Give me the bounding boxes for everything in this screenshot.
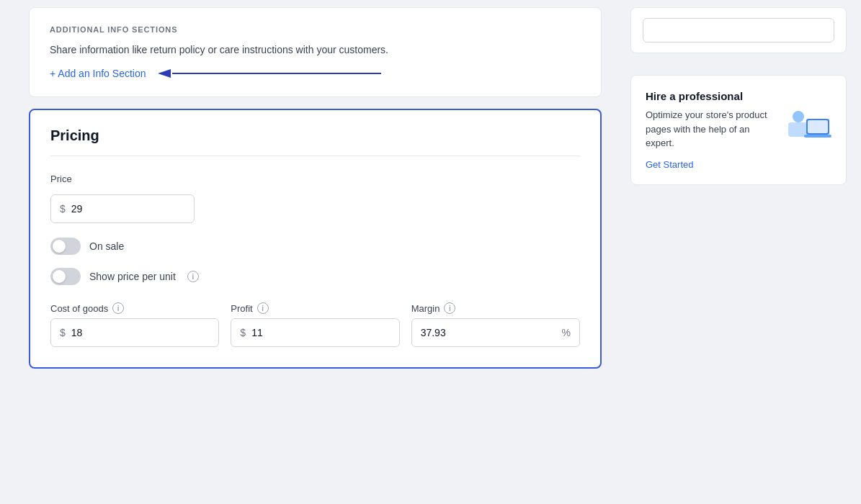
pricing-card: Pricing Price $ On sale — [29, 109, 602, 369]
show-price-per-unit-toggle[interactable] — [50, 268, 81, 285]
on-sale-toggle-row: On sale — [50, 238, 580, 255]
profit-currency-symbol: $ — [240, 327, 246, 338]
hire-professional-card: Hire a professional Optimize your store'… — [630, 75, 847, 185]
svg-rect-6 — [804, 135, 831, 138]
svg-point-3 — [793, 111, 804, 122]
cost-of-goods-label-row: Cost of goods i — [50, 302, 219, 314]
cost-of-goods-label: Cost of goods — [50, 303, 108, 314]
price-field-group: Price $ — [50, 174, 580, 223]
margin-field-group: Margin i % — [411, 302, 580, 347]
pricing-title: Pricing — [50, 127, 580, 156]
show-price-per-unit-toggle-track — [50, 268, 81, 285]
price-label: Price — [50, 174, 580, 184]
profit-input-group: $ — [231, 318, 399, 347]
sidebar: Hire a professional Optimize your store'… — [616, 0, 861, 504]
margin-input-group: % — [411, 318, 580, 347]
hire-professional-content: Optimize your store's product pages with… — [646, 108, 831, 150]
on-sale-toggle-track — [50, 238, 81, 255]
get-started-link[interactable]: Get Started — [646, 159, 831, 170]
sidebar-top-input[interactable] — [643, 18, 834, 42]
svg-rect-5 — [808, 120, 828, 133]
price-input[interactable] — [71, 203, 185, 215]
show-price-per-unit-toggle-thumb — [53, 270, 66, 283]
cost-of-goods-field-group: Cost of goods i $ — [50, 302, 219, 347]
margin-info-icon[interactable]: i — [444, 302, 455, 314]
sidebar-top-area — [630, 7, 847, 53]
hire-professional-title: Hire a professional — [646, 90, 831, 102]
show-price-per-unit-info-icon[interactable]: i — [187, 271, 199, 282]
margin-label-row: Margin i — [411, 302, 580, 314]
margin-label: Margin — [411, 303, 440, 314]
price-input-group: $ — [50, 194, 195, 223]
hire-illustration — [788, 108, 831, 148]
hire-professional-text: Optimize your store's product pages with… — [646, 108, 780, 150]
cost-of-goods-input[interactable] — [71, 327, 210, 338]
on-sale-label: On sale — [89, 240, 124, 252]
show-price-per-unit-label: Show price per unit — [89, 271, 176, 282]
add-info-link[interactable]: + Add an Info Section — [50, 68, 146, 79]
cost-of-goods-info-icon[interactable]: i — [112, 302, 124, 314]
additional-info-card: ADDITIONAL INFO SECTIONS Share informati… — [29, 7, 602, 97]
margin-percent-symbol: % — [562, 327, 571, 338]
profit-field-group: Profit i $ — [231, 302, 399, 347]
profit-label: Profit — [231, 303, 252, 314]
cost-of-goods-input-group: $ — [50, 318, 219, 347]
profit-info-icon[interactable]: i — [257, 302, 269, 314]
hire-illustration-svg — [788, 108, 831, 148]
show-price-per-unit-toggle-row: Show price per unit i — [50, 268, 580, 285]
on-sale-toggle-thumb — [53, 240, 66, 253]
additional-info-title: ADDITIONAL INFO SECTIONS — [50, 25, 581, 34]
profit-label-row: Profit i — [231, 302, 399, 314]
margin-input[interactable] — [421, 327, 559, 338]
on-sale-toggle[interactable] — [50, 238, 81, 255]
price-currency-symbol: $ — [60, 203, 66, 215]
add-info-link-row: + Add an Info Section — [50, 68, 581, 79]
cost-currency-symbol: $ — [60, 327, 66, 338]
svg-rect-2 — [788, 122, 808, 137]
svg-marker-1 — [158, 69, 171, 78]
profit-input[interactable] — [251, 327, 391, 338]
cost-profit-margin-row: Cost of goods i $ Profit i $ — [50, 302, 580, 347]
arrow-indicator — [151, 65, 381, 82]
additional-info-description: Share information like return policy or … — [50, 42, 581, 58]
